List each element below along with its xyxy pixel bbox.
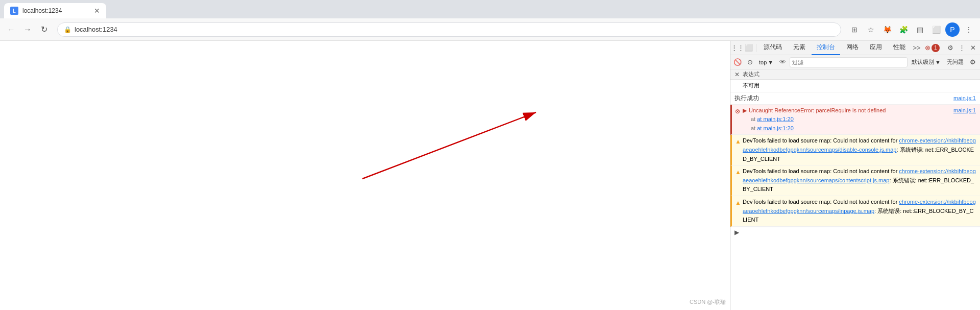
error-content: ▶ Uncaught ReferenceError: parcelRequire…: [743, 106, 949, 133]
window-icon[interactable]: ⬜: [929, 22, 943, 37]
warn2-content: DevTools failed to load source map: Coul…: [743, 167, 976, 194]
console-input[interactable]: [742, 229, 976, 235]
expression-bar: ✕ 表达式: [730, 69, 980, 80]
devtools-panel: ⋮⋮ ⬜ 源代码 元素 控制台 网络 应用 性能 >> ⊗: [730, 41, 980, 310]
svg-line-1: [362, 112, 536, 179]
url-text: localhost:1234: [75, 26, 117, 33]
settings-icon[interactable]: ⚙: [945, 43, 955, 53]
prompt-arrow-icon: ▶: [734, 229, 739, 236]
back-button[interactable]: ←: [4, 22, 18, 37]
lock-icon: 🔒: [64, 26, 71, 33]
tab-source[interactable]: 源代码: [758, 41, 787, 55]
devtools-toolbar: ⋮⋮ ⬜ 源代码 元素 控制台 网络 应用 性能 >> ⊗: [730, 41, 980, 55]
tab-console[interactable]: 控制台: [812, 41, 840, 55]
puzzle-icon[interactable]: 🧩: [896, 22, 911, 37]
warn1-icon: ▲: [735, 137, 741, 147]
not-available-text: 不可用: [743, 81, 976, 90]
toolbar-separator: [756, 44, 756, 52]
error-at-2: at at main.js:1:20: [751, 124, 949, 133]
error-circle-icon: ⊗: [925, 44, 930, 52]
clear-console-icon[interactable]: 🚫: [732, 57, 743, 67]
eye-icon[interactable]: 👁: [777, 57, 788, 67]
page-content: CSDN @-联瑞: [0, 41, 730, 310]
devtools-inspect-icon[interactable]: ⬜: [744, 43, 754, 53]
main-area: CSDN @-联瑞 ⋮⋮ ⬜ 源代码 元素 控制台 网络 应用: [0, 41, 980, 310]
error-message: Uncaught ReferenceError: parcelRequire i…: [749, 106, 886, 115]
error-expand-icon[interactable]: ▶: [743, 106, 747, 115]
error-stack: at at main.js:1:20 at at main.js:1:20: [743, 115, 949, 133]
tab-performance[interactable]: 性能: [888, 41, 911, 55]
more-tabs-icon[interactable]: >>: [912, 43, 922, 53]
console-toolbar: 🚫 ⊙ top ▼ 👁 默认级别 ▼ 无问题 ⚙: [730, 55, 980, 69]
warn3-content: DevTools failed to load source map: Coul…: [743, 198, 976, 225]
devtools-more-icon[interactable]: ⋮: [957, 43, 967, 53]
console-item-exec-success: 执行成功 main.js:1: [730, 92, 980, 105]
issues-settings-icon[interactable]: ⚙: [968, 57, 978, 67]
tab-application[interactable]: 应用: [865, 41, 887, 55]
toolbar-right: ⊞ ☆ 🦊 🧩 ▤ ⬜ P ⋮: [847, 22, 976, 37]
address-bar[interactable]: 🔒 localhost:1234: [57, 22, 841, 37]
cast-icon[interactable]: ▤: [913, 22, 927, 37]
console-item-not-available: 不可用: [730, 80, 980, 92]
browser-toolbar: ← → ↻ 🔒 localhost:1234 ⊞ ☆ 🦊 🧩 ▤ ⬜ P ⋮: [0, 18, 980, 41]
console-prompt: ▶: [730, 227, 980, 238]
watermark: CSDN @-联瑞: [690, 298, 726, 306]
exec-success-file[interactable]: main.js:1: [953, 95, 976, 101]
warn1-content: DevTools failed to load source map: Coul…: [743, 136, 976, 163]
console-body: 不可用 执行成功 main.js:1 ⊗ ▶ Uncaught Referenc…: [730, 80, 980, 310]
console-item-error: ⊗ ▶ Uncaught ReferenceError: parcelRequi…: [730, 105, 980, 135]
profile-avatar[interactable]: P: [945, 22, 960, 37]
console-item-warn1: ▲ DevTools failed to load source map: Co…: [730, 135, 980, 165]
filter-input[interactable]: [790, 57, 908, 67]
expression-close-button[interactable]: ✕: [734, 71, 740, 78]
extensions-icon[interactable]: ⊞: [847, 22, 862, 37]
menu-button[interactable]: ⋮: [962, 22, 976, 37]
console-item-warn3: ▲ DevTools failed to load source map: Co…: [730, 196, 980, 227]
error-at1-link[interactable]: at main.js:1:20: [757, 116, 794, 122]
devtools-close-icon[interactable]: ✕: [968, 43, 978, 53]
top-context-selector[interactable]: top ▼: [757, 57, 775, 68]
log-level-selector[interactable]: 默认级别 ▼: [910, 58, 943, 66]
console-item-warn2: ▲ DevTools failed to load source map: Co…: [730, 165, 980, 196]
error-count-badge: 1: [932, 44, 940, 52]
error-at-1: at at main.js:1:20: [751, 115, 949, 124]
fox-icon[interactable]: 🦊: [880, 22, 894, 37]
devtools-dock-icon[interactable]: ⋮⋮: [732, 43, 743, 53]
expression-label: 表达式: [743, 70, 760, 78]
tab-network[interactable]: 网络: [841, 41, 864, 55]
error-badge-container: ⊗ 1: [925, 44, 940, 52]
tab-favicon: L: [10, 7, 18, 15]
error-file-link[interactable]: main.js:1: [953, 106, 976, 115]
warn2-icon: ▲: [735, 168, 741, 177]
active-tab[interactable]: L localhost:1234 ✕: [4, 3, 106, 18]
forward-button[interactable]: →: [20, 22, 35, 37]
tab-title: localhost:1234: [22, 7, 90, 14]
annotation-arrow: [92, 71, 531, 199]
tab-close-button[interactable]: ✕: [94, 7, 100, 15]
reload-button[interactable]: ↻: [37, 22, 51, 37]
no-issues-button[interactable]: 无问题: [945, 57, 966, 68]
warn3-icon: ▲: [735, 198, 741, 208]
error-icon: ⊗: [735, 107, 740, 116]
filter-icon[interactable]: ⊙: [745, 57, 755, 67]
tab-elements[interactable]: 元素: [788, 41, 811, 55]
exec-success-text: 执行成功: [734, 94, 759, 103]
bookmark-icon[interactable]: ☆: [864, 22, 878, 37]
error-at2-link[interactable]: at main.js:1:20: [757, 125, 794, 131]
